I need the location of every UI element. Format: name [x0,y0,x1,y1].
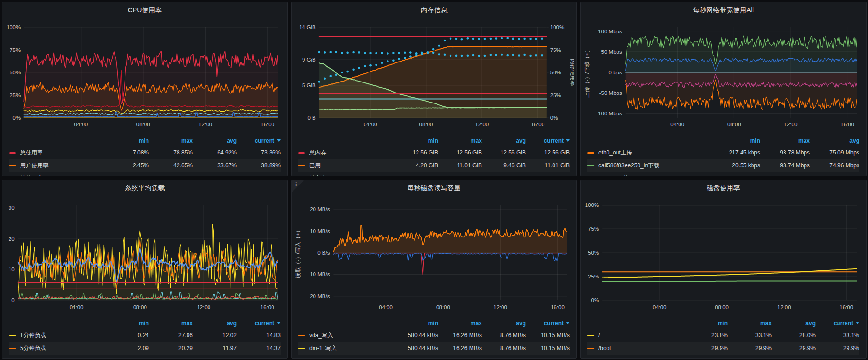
legend-col-current[interactable]: current [526,320,570,327]
legend-col-min[interactable]: min [105,137,149,144]
legend-value-avg: 28.0% [772,332,816,339]
legend-series-label[interactable]: 用户使用率 [9,162,105,170]
legend-series-label[interactable]: eth0_in下载 [587,175,711,176]
disk-usage-legend: minmaxavgcurrent/23.8%33.1%28.0%33.1%/bo… [587,318,859,359]
panel-title[interactable]: 每秒磁盘读写容量 [292,181,576,195]
legend-series-label[interactable]: 已用 [298,162,394,170]
legend-value-min: 29.9% [684,358,728,359]
series-dots [461,38,463,41]
panel-title[interactable]: 每秒网络带宽使用All [581,3,866,18]
series-dots [478,54,481,57]
legend-col-current[interactable]: current [237,320,281,327]
panel-title[interactable]: 磁盘使用率 [581,181,866,195]
legend-col-current[interactable]: current [526,137,570,144]
legend-col-max[interactable]: max [438,137,482,144]
series-dots [324,77,326,80]
series-dots [472,54,475,56]
legend-col-min[interactable]: min [394,320,438,327]
series-dots [535,37,537,40]
legend-series-label[interactable]: /boot [587,345,684,351]
legend-value-current: 1.18 MB/s [526,358,570,359]
legend-col-min[interactable]: min [394,137,438,144]
legend-col-avg[interactable]: avg [193,137,237,144]
panel-cpu-usage: CPU使用率 100%75%50%25%0%04:0008:0012:0016:… [2,2,288,176]
legend-value-current: 11.01 GiB [526,162,570,169]
legend-series-label[interactable]: / [587,332,684,339]
legend-series-label[interactable]: 15分钟负载 [9,357,105,359]
legend-col-avg[interactable]: avg [810,137,859,144]
series-dots [461,54,463,57]
legend-value-avg: 11.97 [193,345,237,351]
panel-title[interactable]: 系统平均负载 [2,181,287,195]
series-dots [535,54,537,57]
legend-series-label[interactable]: dm-1_写入 [298,344,394,352]
legend-col-current[interactable]: current [237,137,281,144]
legend-col-min[interactable]: min [105,320,149,327]
y-axis-tick-label: 100% [7,24,21,30]
legend-col-min[interactable]: min [684,320,728,327]
series-dots [392,52,395,54]
legend-value-avg: 29.9% [772,345,816,351]
legend-value-max: 27.96 [149,332,193,339]
cpu-usage-chart[interactable]: 100%75%50%25%0%04:0008:0012:0016:00 [5,23,284,129]
legend-value-max: 16.26 MB/s [438,332,482,339]
x-axis-tick-label: 12:00 [493,304,507,310]
legend-col-avg[interactable]: avg [193,320,237,327]
legend-col-max[interactable]: max [728,320,772,327]
disk-io-chart[interactable]: 20 MB/s10 MB/s0 B/s-10 MB/s-20 MB/s读取（-）… [294,201,574,312]
legend-series-label[interactable]: vda_写入 [298,331,394,339]
legend-series-label[interactable]: 1分钟负载 [9,331,105,339]
legend-col-min[interactable]: min [711,137,760,144]
panel-title[interactable]: CPU使用率 [2,3,287,18]
y-axis-tick-label: 75% [588,226,599,232]
x-axis-tick-label: 04:00 [670,122,684,127]
series-dots [506,54,509,56]
legend-col-max[interactable]: max [760,137,810,144]
series-color-swatch-icon [587,348,594,349]
legend-col-avg[interactable]: avg [772,320,816,327]
y-axis-tick-label: 20 MB/s [310,206,330,212]
legend-value-max: 78.85% [149,149,193,156]
legend-col-max[interactable]: max [438,320,482,327]
series-dots [490,53,492,56]
legend-series-label[interactable]: 总内存 [298,175,394,176]
series-dots [495,54,498,56]
legend-series-label[interactable]: cali586f83ee250_in下载 [587,162,711,170]
series-dots [523,53,526,56]
legend-value-min: 3.70 GiB [394,175,438,176]
legend-value-min: 23.8% [684,332,728,339]
memory-info-chart[interactable]: 14 GiB9 GiB5 GiB0 B100%75%50%25%0%内存使用率0… [294,23,574,129]
legend-row: 总使用率7.08%78.85%64.92%73.36% [9,146,281,159]
legend-value-max: 11.01 GiB [438,162,482,169]
series-dots [341,71,343,73]
legend-col-max[interactable]: max [149,320,193,327]
disk-usage-chart[interactable]: 100%75%50%25%0%04:0008:0012:0016:00 [584,201,863,312]
y2-axis-tick-label: 100% [550,24,564,30]
series-dots [409,55,412,58]
panel-title[interactable]: 内存信息 [292,3,576,18]
legend-series-label[interactable]: vda_读取 [298,357,394,359]
series-dots [318,81,321,83]
legend-col-current[interactable]: current [816,320,859,327]
legend-series-label[interactable]: 总使用率 [9,149,105,157]
legend-value-max: 37.30 Mbps [760,175,810,176]
network-bandwidth-legend: minmaxavgeth0_out上传217.45 kbps93.78 Mbps… [587,135,859,176]
legend-series-label[interactable]: 5分钟负载 [9,344,105,352]
legend-series-label[interactable]: /boot [587,358,684,359]
x-axis-tick-label: 04:00 [74,122,88,127]
system-load-chart[interactable]: 302010004:0008:0012:0016:00 [5,201,284,312]
legend-series-label[interactable]: eth0_out上传 [587,149,711,157]
legend-col-max[interactable]: max [149,137,193,144]
legend-value-avg: 9.46 GiB [482,162,526,169]
legend-series-label[interactable]: 总使用率 [9,175,105,176]
x-axis-tick-label: 16:00 [551,304,565,310]
panel-info-icon[interactable] [292,180,304,193]
legend-value-min: 580.44 kB/s [394,332,438,339]
network-bandwidth-chart[interactable]: 100 Mbps50 Mbps0 bps-50 Mbps-100 Mbps上传（… [584,23,863,129]
legend-header: minmaxavgcurrent [298,318,570,329]
sort-caret-icon [856,322,859,324]
legend-series-label[interactable]: 总内存 [298,149,394,157]
series-name: eth0_out上传 [598,149,632,157]
legend-col-avg[interactable]: avg [482,137,526,144]
legend-col-avg[interactable]: avg [482,320,526,327]
